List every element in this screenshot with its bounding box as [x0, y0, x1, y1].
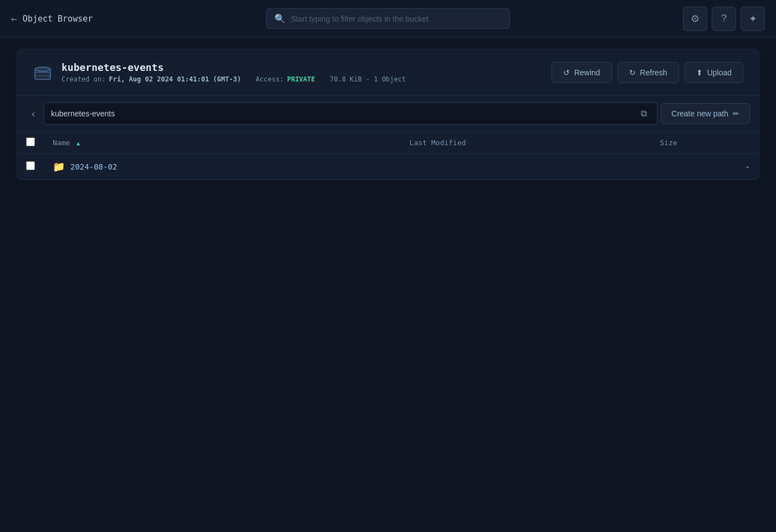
rewind-button[interactable]: ↺ Rewind	[552, 62, 612, 83]
help-icon: ?	[721, 13, 727, 24]
path-input-wrapper: ⧉	[44, 103, 657, 125]
path-copy-button[interactable]: ⧉	[637, 106, 650, 121]
access-label: Access:	[256, 75, 284, 83]
bucket-details: kubernetes-events Created on: Fri, Aug 0…	[62, 62, 406, 83]
sort-arrow-icon: ▲	[76, 140, 80, 146]
access-value: PRIVATE	[287, 75, 315, 83]
back-button[interactable]: ←	[11, 13, 17, 24]
rewind-icon: ↺	[563, 68, 570, 77]
col-modified-label: Last Modified	[410, 139, 466, 147]
search-bar-container: 🔍	[266, 8, 510, 29]
gear-icon: ⚙	[691, 13, 700, 25]
upload-label: Upload	[707, 68, 732, 77]
theme-icon: ✦	[749, 13, 757, 25]
th-size: Size	[651, 132, 759, 154]
created-label: Created on:	[62, 75, 105, 83]
bucket-meta: Created on: Fri, Aug 02 2024 01:41:01 (G…	[62, 75, 406, 83]
upload-icon: ⬆	[696, 68, 703, 77]
file-table: Name ▲ Last Modified Size 📁	[17, 132, 759, 180]
bucket-header: kubernetes-events Created on: Fri, Aug 0…	[17, 49, 759, 96]
path-back-icon: ‹	[32, 108, 35, 120]
rewind-label: Rewind	[574, 68, 600, 77]
upload-button[interactable]: ⬆ Upload	[685, 62, 743, 83]
main-content: kubernetes-events Created on: Fri, Aug 0…	[0, 38, 776, 191]
search-input[interactable]	[291, 14, 502, 23]
topbar-actions: ⚙ ? ✦	[683, 7, 765, 31]
access-separator	[244, 75, 252, 83]
col-name-label: Name	[53, 139, 70, 147]
path-nav: ‹ ⧉ Create new path ✏	[17, 96, 759, 132]
theme-button[interactable]: ✦	[741, 7, 765, 31]
size-info: 70.8 KiB - 1 Object	[330, 75, 406, 83]
th-name[interactable]: Name ▲	[44, 132, 401, 154]
select-all-checkbox[interactable]	[26, 137, 35, 146]
copy-icon: ⧉	[641, 109, 647, 119]
path-back-button[interactable]: ‹	[26, 105, 40, 123]
created-date: Fri, Aug 02 2024 01:41:01 (GMT-3)	[109, 75, 241, 83]
topbar: ← Object Browser 🔍 ⚙ ? ✦	[0, 0, 776, 38]
file-table-body: 📁 2024-08-02 -	[17, 154, 759, 180]
path-input[interactable]	[51, 109, 637, 118]
table-header: Name ▲ Last Modified Size	[17, 132, 759, 154]
th-select-all	[17, 132, 44, 154]
size-separator	[319, 75, 326, 83]
search-icon: 🔍	[274, 13, 285, 24]
bucket-actions: ↺ Rewind ↻ Refresh ⬆ Upload	[552, 62, 743, 83]
row-checkbox-cell	[17, 154, 44, 180]
refresh-label: Refresh	[640, 68, 667, 77]
edit-icon: ✏	[733, 109, 739, 118]
th-modified: Last Modified	[401, 132, 651, 154]
create-path-button[interactable]: Create new path ✏	[661, 103, 750, 124]
refresh-icon: ↻	[629, 68, 636, 77]
create-path-label: Create new path	[671, 109, 728, 118]
bucket-card: kubernetes-events Created on: Fri, Aug 0…	[17, 49, 759, 180]
bucket-info: kubernetes-events Created on: Fri, Aug 0…	[33, 62, 406, 83]
row-modified-cell	[401, 154, 651, 180]
row-name[interactable]: 2024-08-02	[70, 162, 117, 171]
settings-button[interactable]: ⚙	[683, 7, 707, 31]
table-row: 📁 2024-08-02 -	[17, 154, 759, 180]
col-size-label: Size	[660, 139, 677, 147]
row-size-cell: -	[651, 154, 759, 180]
topbar-title: Object Browser	[23, 14, 93, 24]
row-checkbox[interactable]	[26, 161, 35, 170]
folder-icon: 📁	[53, 161, 65, 172]
bucket-name: kubernetes-events	[62, 62, 406, 73]
refresh-button[interactable]: ↻ Refresh	[617, 62, 679, 83]
bucket-icon	[33, 63, 53, 83]
topbar-left: ← Object Browser	[11, 13, 93, 24]
svg-point-1	[35, 67, 50, 71]
help-button[interactable]: ?	[712, 7, 736, 31]
row-name-cell[interactable]: 📁 2024-08-02	[44, 154, 401, 180]
